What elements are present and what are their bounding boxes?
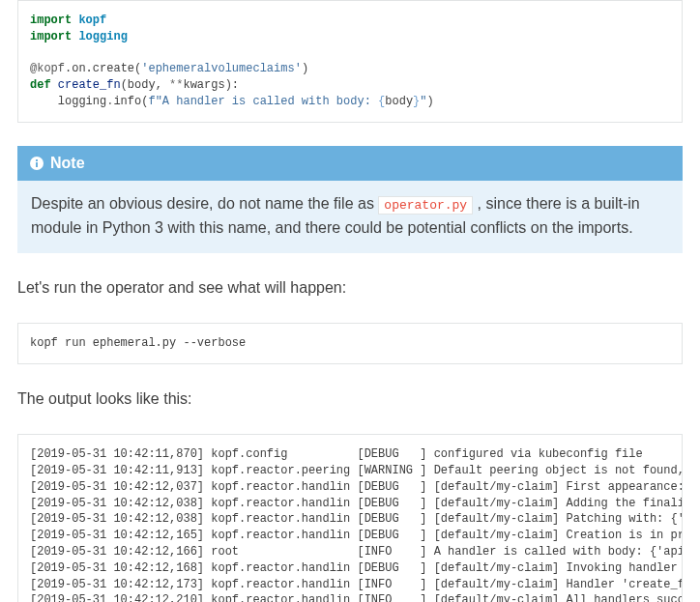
note-admonition: Note Despite an obvious desire, do not n… xyxy=(17,146,683,254)
kw-import-1: import xyxy=(30,14,72,27)
fstring-close: " xyxy=(420,95,426,108)
decorator-at: @kopf xyxy=(30,62,65,75)
shell-code-block: kopf run ephemeral.py --verbose xyxy=(17,323,683,364)
body-logging: logging xyxy=(30,95,106,108)
kwargs-name: kwargs): xyxy=(183,78,239,92)
decorator-arg: 'ephemeralvolumeclaims' xyxy=(141,62,302,75)
mod-logging: logging xyxy=(78,30,127,43)
call-close: ) xyxy=(427,95,434,108)
sig-open: (body, xyxy=(121,78,169,92)
fstring-text: f"A handler is called with body: xyxy=(148,95,378,108)
note-body: Despite an obvious desire, do not name t… xyxy=(17,181,683,254)
func-name: create_fn xyxy=(58,78,121,92)
interp-var: body xyxy=(385,95,413,108)
kwargs-stars: ** xyxy=(169,78,183,92)
decorator-close: ) xyxy=(302,62,308,75)
svg-rect-3 xyxy=(36,159,38,161)
kw-import-2: import xyxy=(30,30,72,43)
note-title-text: Note xyxy=(50,152,85,175)
note-inline-code: operator.py xyxy=(378,196,473,215)
note-title-bar: Note xyxy=(17,146,683,181)
body-info: info( xyxy=(113,95,148,108)
python-code-block: import kopf import logging @kopf.on.crea… xyxy=(17,0,683,123)
log-output-block: [2019-05-31 10:42:11,870] kopf.config [D… xyxy=(17,434,683,602)
para-run-operator: Let's run the operator and see what will… xyxy=(17,276,683,300)
mod-kopf: kopf xyxy=(78,14,106,27)
kw-def: def xyxy=(30,78,51,92)
note-text-before: Despite an obvious desire, do not name t… xyxy=(31,195,378,212)
svg-rect-2 xyxy=(36,162,38,167)
decorator-chain: .on.create( xyxy=(65,62,141,75)
info-icon xyxy=(29,156,44,171)
doc-content: import kopf import logging @kopf.on.crea… xyxy=(0,0,700,602)
para-output: The output looks like this: xyxy=(17,387,683,411)
